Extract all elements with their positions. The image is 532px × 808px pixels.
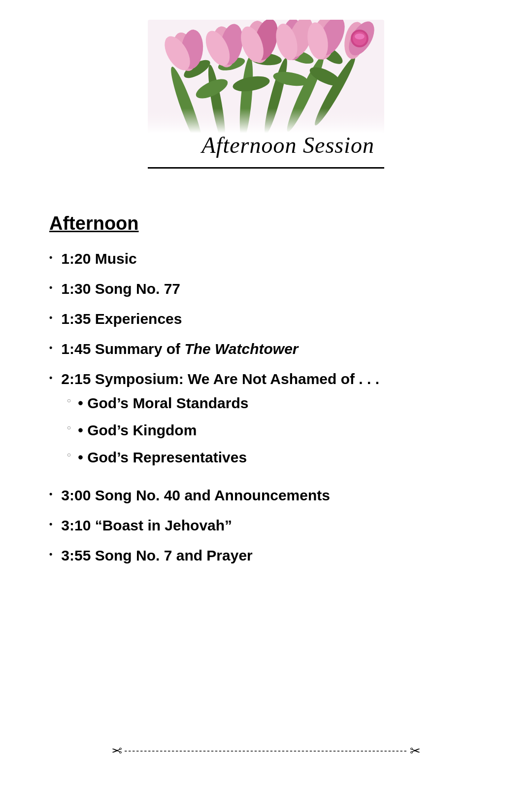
bullet-3: • [49, 312, 52, 323]
bullet-2: • [49, 282, 52, 293]
schedule-item-5: • 2:15 Symposium: We Are Not Ashamed of … [49, 369, 493, 475]
header-section: Afternoon Session [39, 20, 493, 193]
schedule-item-7: • 3:10 “Boast in Jehovah” [49, 516, 493, 535]
item-text-5: 2:15 Symposium: We Are Not Ashamed of . … [61, 369, 493, 475]
sub-bullet-1: ○ [61, 396, 71, 405]
bullet-5: • [49, 372, 52, 384]
schedule-list: • 1:20 Music • 1:30 Song No. 77 • 1:35 E… [49, 249, 493, 565]
content-section: Afternoon • 1:20 Music • 1:30 Song No. 7… [39, 213, 493, 576]
schedule-item-6: • 3:00 Song No. 40 and Announcements [49, 486, 493, 505]
schedule-item-2: • 1:30 Song No. 77 [49, 279, 493, 298]
bullet-8: • [49, 549, 52, 560]
footer-section: ✂ --------------------------------------… [39, 704, 493, 778]
section-heading: Afternoon [49, 213, 493, 234]
item-text-8: 3:55 Song No. 7 and Prayer [61, 546, 493, 565]
sub-item-2: ○ • God’s Kingdom [61, 421, 493, 440]
sub-item-3: ○ • God’s Representatives [61, 448, 493, 467]
sub-item-text-1: • God’s Moral Standards [78, 393, 493, 413]
sub-bullet-2: ○ [61, 423, 71, 432]
item-text-4: 1:45 Summary of The Watchtower [61, 339, 493, 358]
sub-item-text-2: • God’s Kingdom [78, 421, 493, 440]
dashed-line: ----------------------------------------… [124, 746, 408, 756]
bullet-6: • [49, 489, 52, 500]
bullet-4: • [49, 342, 52, 353]
scissors-right-icon: ✂ [410, 743, 421, 759]
footer-divider: ✂ --------------------------------------… [111, 743, 421, 759]
svg-point-31 [355, 34, 365, 39]
bullet-7: • [49, 519, 52, 530]
schedule-item-4: • 1:45 Summary of The Watchtower [49, 339, 493, 358]
header-divider [148, 167, 384, 169]
item-text-7: 3:10 “Boast in Jehovah” [61, 516, 493, 535]
page-container: Afternoon Session Afternoon • 1:20 Music… [0, 0, 532, 808]
item-text-1: 1:20 Music [61, 249, 493, 268]
item-text-6: 3:00 Song No. 40 and Announcements [61, 486, 493, 505]
sub-list: ○ • God’s Moral Standards ○ • God’s King… [61, 393, 493, 467]
sub-item-text-3: • God’s Representatives [78, 448, 493, 467]
session-title: Afternoon Session [202, 132, 374, 158]
bullet-1: • [49, 252, 52, 263]
scissors-left-icon: ✂ [111, 743, 122, 759]
schedule-item-3: • 1:35 Experiences [49, 309, 493, 328]
sub-bullet-3: ○ [61, 450, 71, 459]
flower-image [148, 20, 384, 133]
item-text-3: 1:35 Experiences [61, 309, 493, 328]
schedule-item-8: • 3:55 Song No. 7 and Prayer [49, 546, 493, 565]
svg-rect-36 [148, 108, 384, 133]
schedule-item-1: • 1:20 Music [49, 249, 493, 268]
item-text-2: 1:30 Song No. 77 [61, 279, 493, 298]
sub-item-1: ○ • God’s Moral Standards [61, 393, 493, 413]
